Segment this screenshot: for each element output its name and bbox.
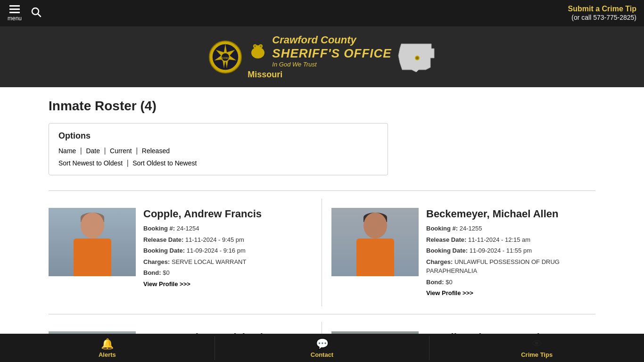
alerts-icon: 🔔	[101, 338, 114, 350]
inmate-info-1: Copple, Andrew Francis Booking #: 24-125…	[143, 208, 314, 288]
nav-contact[interactable]: 💬 Contact	[215, 336, 430, 360]
inmate-photo-2	[331, 208, 419, 276]
svg-point-12	[254, 45, 256, 47]
filter-links: Name | Date | Current | Released	[58, 147, 378, 155]
body-1	[74, 239, 111, 276]
inmate-charges-2: Charges: UNLAWFUL POSSESSION OF DRUG PAR…	[426, 257, 588, 276]
divider-2	[49, 314, 595, 314]
mugshot-1	[49, 208, 136, 276]
header-left: menu	[8, 5, 41, 22]
inmate-charges-1: Charges: SERVE LOCAL WARRANT	[143, 257, 314, 267]
inmate-bond-2: Bond: $0	[426, 278, 588, 287]
crime-tip-link[interactable]: Submit a Crime Tip	[568, 5, 636, 13]
svg-point-16	[416, 57, 419, 59]
inmate-row-1: Copple, Andrew Francis Booking #: 24-125…	[49, 198, 595, 306]
inmate-booking-date-2: Booking Date: 11-09-2024 - 11:55 pm	[426, 246, 588, 255]
inmate-release-2: Release Date: 11-11-2024 - 12:15 am	[426, 235, 588, 245]
top-header: menu Submit a Crime Tip (or call 573-775…	[0, 0, 644, 26]
menu-label: menu	[8, 15, 22, 22]
nav-alerts[interactable]: 🔔 Alerts	[0, 336, 215, 360]
office-name: SHERIFF'S OFFICE	[272, 46, 391, 61]
page-title: Inmate Roster (4)	[49, 99, 595, 114]
logo-container: CCSO Crawford County SHERIFF'S OFFICE In…	[209, 34, 435, 80]
head-2	[363, 213, 387, 239]
mugshot-2	[331, 208, 419, 276]
tagline: In God We Trust	[272, 61, 391, 68]
body-2	[356, 239, 394, 276]
head-1	[81, 213, 104, 239]
crime-tips-label: Crime Tips	[521, 351, 553, 358]
inmate-name-1: Copple, Andrew Francis	[143, 208, 314, 220]
filter-date-link[interactable]: Date	[86, 147, 100, 155]
inmate-booking-date-1: Booking Date: 11-09-2024 - 9:16 pm	[143, 246, 314, 255]
inmate-card-2: Beckemeyer, Michael Allen Booking #: 24-…	[322, 198, 595, 306]
main-content: Inmate Roster (4) Options Name | Date | …	[39, 87, 605, 362]
inmate-release-1: Release Date: 11-11-2024 - 9:45 pm	[143, 235, 314, 245]
inmate-info-2: Beckemeyer, Michael Allen Booking #: 24-…	[426, 208, 588, 297]
options-box: Options Name | Date | Current | Released…	[49, 123, 388, 175]
inmate-bond-1: Bond: $0	[143, 268, 314, 278]
state-label: Missouri	[248, 70, 282, 80]
bottom-nav: 🔔 Alerts 💬 Contact 👁 Crime Tips	[0, 334, 644, 362]
logo-area: CCSO Crawford County SHERIFF'S OFFICE In…	[0, 26, 644, 87]
hamburger-icon	[9, 5, 20, 13]
inmate-booking-2: Booking #: 24-1255	[426, 224, 588, 233]
missouri-map-icon	[397, 41, 435, 72]
sort-oldest-link[interactable]: Sort Oldest to Newest	[132, 159, 197, 167]
view-profile-2[interactable]: View Profile >>>	[426, 289, 473, 296]
filter-released-link[interactable]: Released	[142, 147, 170, 155]
county-name: Crawford County	[272, 34, 391, 46]
header-right: Submit a Crime Tip (or call 573-775-2825…	[568, 5, 636, 22]
contact-label: Contact	[311, 351, 333, 358]
alerts-label: Alerts	[99, 351, 116, 358]
inmate-booking-1: Booking #: 24-1254	[143, 224, 314, 233]
svg-line-1	[38, 14, 41, 16]
contact-icon: 💬	[316, 338, 329, 350]
inmate-photo-1	[49, 208, 136, 276]
divider-1	[49, 190, 595, 191]
view-profile-1[interactable]: View Profile >>>	[143, 280, 190, 288]
svg-point-13	[260, 45, 262, 47]
search-button[interactable]	[31, 7, 41, 20]
menu-button[interactable]: menu	[8, 5, 22, 22]
crime-tips-icon: 👁	[532, 338, 542, 350]
sheriff-badge-icon: CCSO	[209, 41, 242, 74]
sort-newest-link[interactable]: Sort Newest to Oldest	[58, 159, 123, 167]
filter-name-link[interactable]: Name	[58, 147, 76, 155]
sheriff-animal-icon	[248, 42, 268, 59]
crime-tip-phone: (or call 573-775-2825)	[571, 14, 636, 21]
sheriff-text-logo: Crawford County SHERIFF'S OFFICE In God …	[248, 34, 391, 80]
filter-current-link[interactable]: Current	[110, 147, 132, 155]
svg-text:CCSO: CCSO	[222, 57, 229, 59]
nav-crime-tips[interactable]: 👁 Crime Tips	[429, 336, 644, 360]
sort-links: Sort Newest to Oldest | Sort Oldest to N…	[58, 159, 378, 167]
options-title: Options	[58, 131, 378, 141]
inmate-name-2: Beckemeyer, Michael Allen	[426, 208, 588, 220]
inmate-card-1: Copple, Andrew Francis Booking #: 24-125…	[49, 198, 322, 306]
